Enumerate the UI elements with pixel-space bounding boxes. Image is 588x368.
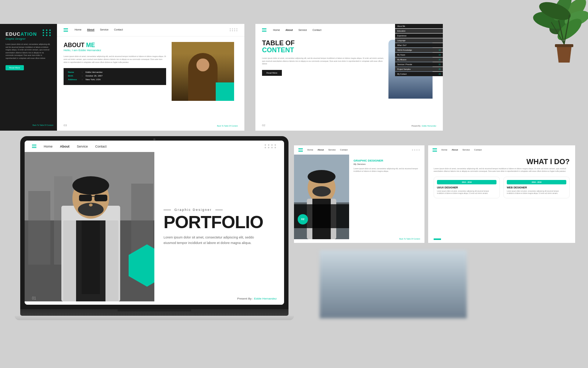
toc-item-contact: My Contact 29 <box>395 72 443 76</box>
svg-point-28 <box>89 204 93 206</box>
address-row: Address : New York, USA <box>68 78 162 81</box>
whatido-bottom-accent <box>434 238 441 240</box>
birth-label: Birth <box>68 75 79 77</box>
svg-point-34 <box>308 170 336 183</box>
hamburger-icon[interactable] <box>64 28 68 32</box>
whatido-nav-about[interactable]: About <box>452 149 458 151</box>
name-row: Name : Eddie Hernandez <box>68 71 162 73</box>
service-nav-about[interactable]: About <box>318 149 324 151</box>
toc-nav-about[interactable]: About <box>286 29 293 31</box>
card-web: 2016 - 2019 WEB DESIGNER Lorem ipsum dol… <box>503 177 570 199</box>
slide-education: EDUCATION Graphic Designer Lorem ipsum d… <box>0 24 57 131</box>
portfolio-hamburger[interactable] <box>32 145 36 148</box>
toc-left: TABLE OFCONTENT Lorem ipsum dolor sit am… <box>262 40 385 99</box>
portfolio-nav-home[interactable]: Home <box>44 145 53 148</box>
toc-nav-contact[interactable]: Contact <box>312 29 321 31</box>
card-uiux-desc: Lorem ipsum dolor sit amet, consectetur … <box>437 190 496 195</box>
toc-item-vision: My Vision 19 <box>395 53 443 57</box>
toc-nav-links: Home About Service Contact <box>273 29 321 31</box>
card-uiux-date: 2012 - 2016 <box>437 180 496 184</box>
slide-about: Home About Service Contact ABOUT ME Hell… <box>57 24 244 131</box>
slide-toc: Home About Service Contact TABLE OFCONTE… <box>255 24 443 131</box>
portfolio-presenter: Present By : Eddie Hernandez <box>237 297 277 300</box>
nav-contact[interactable]: Contact <box>114 28 123 31</box>
portfolio-photo-area <box>25 152 154 301</box>
service-photo: 02 <box>294 155 349 239</box>
back-link[interactable]: Back To Table Of Content <box>217 125 238 127</box>
whatido-title: WHAT I DO? <box>434 158 570 166</box>
back-to-toc-link[interactable]: Back To Table Of Content <box>32 124 53 126</box>
macbook-bezel: Home About Service Contact <box>20 136 288 309</box>
plant-decoration <box>507 0 588 74</box>
card-uiux: 2012 - 2016 UI/UX DESIGNER Lorem ipsum d… <box>434 177 500 199</box>
person-head <box>197 59 209 71</box>
portfolio-nav-about[interactable]: About <box>60 145 69 148</box>
toc-nav-service[interactable]: Service <box>298 29 307 31</box>
whatido-nav-home[interactable]: Home <box>441 149 447 151</box>
card-web-desc: Lorem ipsum dolor sit amet, consectetur … <box>507 190 566 195</box>
service-nav-contact[interactable]: Contact <box>340 149 348 151</box>
portfolio-nav-contact[interactable]: Contact <box>95 145 107 148</box>
whatido-content: WHAT I DO? Lorem ipsum dolor sit amet, c… <box>428 155 575 202</box>
about-photo <box>172 42 234 101</box>
about-content: ABOUT ME Hello, I am Eddie Hernandez Lor… <box>57 36 244 106</box>
toc-page-number: 02 <box>262 124 265 127</box>
portfolio-desc: Lorem ipsum dolor sit amet, consectetur … <box>164 235 266 245</box>
portfolio-nav-links: Home About Service Contact <box>44 145 107 148</box>
portfolio-nav-service[interactable]: Service <box>77 145 88 148</box>
education-body: Lorem ipsum dolor sit amet, consectetur … <box>6 43 51 60</box>
macbook: Home About Service Contact <box>20 136 296 346</box>
info-box: Name : Eddie Hernandez Birth : October 2… <box>64 68 166 85</box>
nav-home[interactable]: Home <box>75 28 82 31</box>
about-greeting: Hello, I am Eddie Hernandez <box>64 49 166 52</box>
toc-item-education: Education <box>395 29 443 33</box>
about-title: ABOUT ME <box>64 42 166 49</box>
toc-read-btn[interactable]: Read More <box>262 70 282 76</box>
card-web-date: 2016 - 2019 <box>507 180 566 184</box>
macbook-bottom <box>15 316 294 320</box>
about-nav-links: Home About Service Contact <box>75 28 123 31</box>
whatido-nav-links: Home About Service Contact <box>441 149 482 151</box>
portfolio-title: PORTFOLIO <box>164 213 275 231</box>
macbook-hinge <box>118 309 191 311</box>
whatido-hamburger[interactable] <box>433 148 437 152</box>
svg-rect-26 <box>94 195 107 201</box>
service-nav-home[interactable]: Home <box>307 149 313 151</box>
macbook-screen: Home About Service Contact <box>25 141 284 305</box>
portfolio-text-area: Graphic Designer PORTFOLIO Lorem ipsum d… <box>154 152 284 301</box>
toc-list: About Me Education Experience Language W… <box>395 24 443 77</box>
name-value: Eddie Hernandez <box>86 71 103 73</box>
service-photo-area: 02 <box>294 155 349 239</box>
service-hamburger[interactable] <box>298 148 303 152</box>
portfolio-page-num: 01 <box>32 296 36 300</box>
toc-hamburger-icon[interactable] <box>262 28 266 32</box>
whatido-cards: 2012 - 2016 UI/UX DESIGNER Lorem ipsum d… <box>434 177 570 199</box>
service-title: GRAPHIC DESIGNER <box>354 159 420 162</box>
toc-presenter: Present By : Eddie Hernandez <box>412 125 436 127</box>
teal-accent <box>216 82 234 101</box>
whatido-nav-contact[interactable]: Contact <box>474 149 482 151</box>
whatido-nav: Home About Service Contact <box>428 145 575 155</box>
toc-item-projects: Project Samples 25 <box>395 67 443 71</box>
whatido-nav-service[interactable]: Service <box>462 149 470 151</box>
nav-about[interactable]: About <box>87 28 94 31</box>
service-content: 02 GRAPHIC DESIGNER My Services Lorem ip… <box>294 155 424 239</box>
service-text: GRAPHIC DESIGNER My Services Lorem ipsum… <box>349 155 424 239</box>
slide-service-container: Home About Service Contact <box>294 145 424 243</box>
toc-content: TABLE OFCONTENT Lorem ipsum dolor sit am… <box>255 36 443 102</box>
toc-nav-home[interactable]: Home <box>273 29 280 31</box>
service-nav: Home About Service Contact <box>294 145 424 155</box>
svg-point-35 <box>312 186 331 197</box>
toc-item-aboutme: About Me <box>395 24 443 28</box>
service-nav-links: Home About Service Contact <box>307 149 348 151</box>
about-nav: Home About Service Contact <box>57 24 244 36</box>
toc-item-language: Language <box>395 38 443 43</box>
toc-item-experience: Experience <box>395 33 443 38</box>
service-nav-service[interactable]: Service <box>328 149 336 151</box>
designer-label: Graphic Designer <box>164 208 275 212</box>
read-more-button[interactable]: Read More <box>6 65 24 70</box>
service-back-link[interactable]: Back To Table Of Content <box>399 238 420 240</box>
service-nav-dots <box>412 149 420 151</box>
service-desc: Lorem ipsum dolor sit amet, consectetur … <box>354 167 420 173</box>
nav-service[interactable]: Service <box>100 28 108 31</box>
